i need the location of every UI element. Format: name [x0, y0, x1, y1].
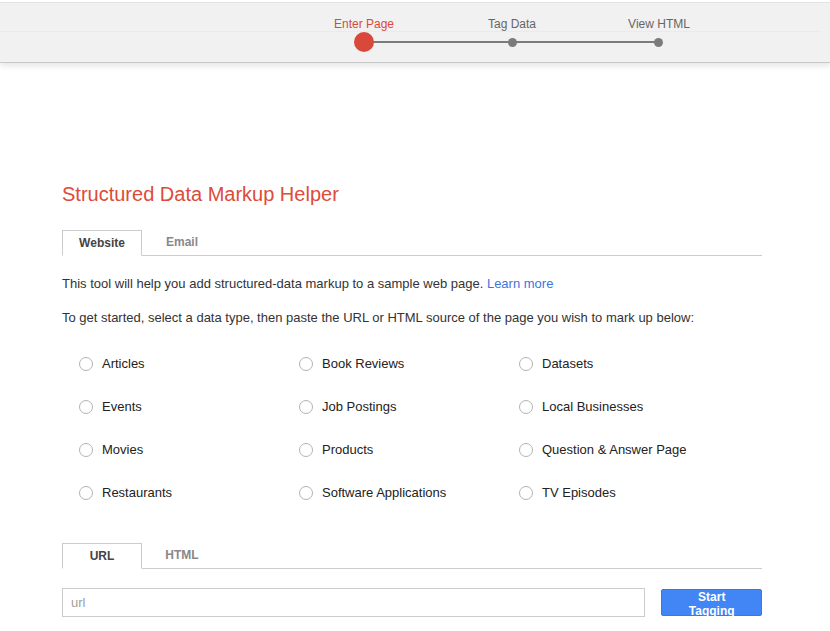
data-type-option-tv-episodes[interactable]: TV Episodes [502, 471, 762, 514]
radio-button[interactable] [79, 443, 93, 457]
data-type-option-movies[interactable]: Movies [62, 428, 282, 471]
tab-email[interactable]: Email [142, 230, 222, 255]
tab-url[interactable]: URL [62, 543, 142, 569]
data-type-label: Local Businesses [542, 399, 643, 414]
help-text: This tool will help you add structured-d… [62, 276, 487, 291]
data-type-label: Job Postings [322, 399, 396, 414]
intro-help-text: This tool will help you add structured-d… [62, 276, 762, 292]
data-type-option-job-postings[interactable]: Job Postings [282, 385, 502, 428]
start-tagging-button[interactable]: Start Tagging [661, 589, 762, 616]
data-type-label: Book Reviews [322, 356, 404, 371]
radio-button[interactable] [79, 400, 93, 414]
data-type-option-local-businesses[interactable]: Local Businesses [502, 385, 762, 428]
data-type-grid: Articles Book Reviews Datasets Events Jo… [62, 342, 762, 514]
page-title: Structured Data Markup Helper [62, 182, 762, 206]
radio-button[interactable] [519, 400, 533, 414]
intro-instructions: To get started, select a data type, then… [62, 310, 762, 326]
wizard-header: Enter Page Tag Data View HTML [0, 0, 830, 63]
learn-more-link[interactable]: Learn more [487, 276, 553, 291]
data-type-option-software-applications[interactable]: Software Applications [282, 471, 502, 514]
data-type-label: Restaurants [102, 485, 172, 500]
radio-button[interactable] [79, 486, 93, 500]
step-dot-tag-data [508, 38, 517, 47]
data-type-label: Articles [102, 356, 145, 371]
radio-button[interactable] [299, 357, 313, 371]
radio-button[interactable] [519, 443, 533, 457]
source-tabs: URL HTML [62, 543, 762, 569]
step-view-html: View HTML [628, 17, 690, 31]
step-tag-data: Tag Data [488, 17, 536, 31]
step-dot-enter-page-active [354, 32, 374, 52]
data-type-option-question-answer-page[interactable]: Question & Answer Page [502, 428, 762, 471]
step-dot-view-html [654, 38, 663, 47]
data-type-label: TV Episodes [542, 485, 616, 500]
tab-html[interactable]: HTML [142, 543, 222, 568]
data-type-option-articles[interactable]: Articles [62, 342, 282, 385]
data-type-label: Question & Answer Page [542, 442, 687, 457]
radio-button[interactable] [79, 357, 93, 371]
data-type-option-restaurants[interactable]: Restaurants [62, 471, 282, 514]
data-type-option-datasets[interactable]: Datasets [502, 342, 762, 385]
data-type-label: Movies [102, 442, 143, 457]
radio-button[interactable] [299, 443, 313, 457]
step-enter-page: Enter Page [334, 17, 394, 31]
data-type-label: Datasets [542, 356, 593, 371]
data-type-label: Software Applications [322, 485, 446, 500]
radio-button[interactable] [299, 486, 313, 500]
url-input[interactable] [62, 588, 645, 617]
main-content: Structured Data Markup Helper Website Em… [62, 182, 762, 617]
data-type-option-book-reviews[interactable]: Book Reviews [282, 342, 502, 385]
radio-button[interactable] [299, 400, 313, 414]
tab-website[interactable]: Website [62, 230, 142, 256]
progress-stepper: Enter Page Tag Data View HTML [0, 2, 830, 62]
data-type-label: Products [322, 442, 373, 457]
radio-button[interactable] [519, 357, 533, 371]
mode-tabs: Website Email [62, 230, 762, 256]
radio-button[interactable] [519, 486, 533, 500]
data-type-label: Events [102, 399, 142, 414]
url-form-row: Start Tagging [62, 588, 762, 617]
data-type-option-events[interactable]: Events [62, 385, 282, 428]
data-type-option-products[interactable]: Products [282, 428, 502, 471]
